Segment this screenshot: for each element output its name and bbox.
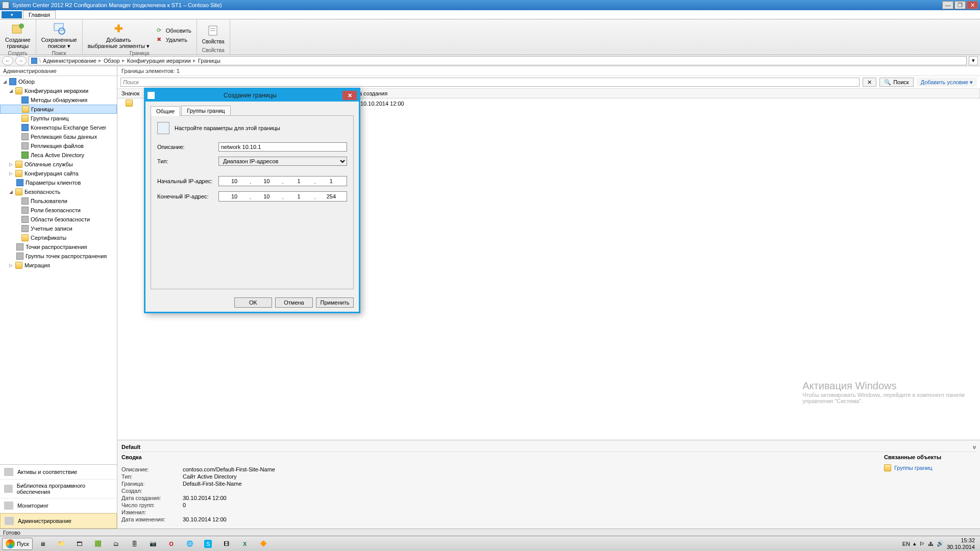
ip-octet[interactable] bbox=[316, 192, 347, 201]
refresh-button[interactable]: ⟳Обновить bbox=[155, 27, 193, 35]
minimize-button[interactable]: — bbox=[942, 1, 953, 9]
tree-node-client-settings[interactable]: Параметры клиентов bbox=[0, 178, 117, 187]
nav-assets[interactable]: Активы и соответствие bbox=[0, 465, 117, 480]
refresh-label: Обновить bbox=[166, 28, 191, 34]
taskbar-app-skype[interactable]: S bbox=[200, 537, 216, 550]
ip-octet[interactable] bbox=[284, 177, 314, 186]
ip-octet[interactable] bbox=[251, 192, 282, 201]
add-selected-button[interactable]: ✚ Добавитьвыбранные элементы ▾ bbox=[86, 20, 152, 50]
taskbar: Пуск 🖥 📁 🗔 🟩 🗂 🗄 📷 O 🌐 S 🎞 X 🔶 EN ▴ 🏳 🖧 … bbox=[0, 536, 980, 551]
system-tray[interactable]: EN ▴ 🏳 🖧 🔊 15:32 30.10.2014 bbox=[899, 537, 978, 549]
tree-node-security[interactable]: ◢Безопасность bbox=[0, 187, 117, 196]
create-boundary-button[interactable]: Созданиеграницы bbox=[3, 20, 33, 50]
maximize-button[interactable]: ❐ bbox=[954, 1, 966, 9]
taskbar-app-explorer[interactable]: 📁 bbox=[53, 537, 69, 550]
dialog-tab-general[interactable]: Общие bbox=[151, 106, 180, 116]
tree-node-cloud[interactable]: ▷Облачные службы bbox=[0, 160, 117, 169]
properties-button[interactable]: Свойства bbox=[200, 22, 227, 45]
taskbar-app-chrome[interactable]: 🌐 bbox=[182, 537, 198, 550]
nav-administration[interactable]: Администрирование bbox=[0, 513, 117, 529]
saved-searches-button[interactable]: Сохраненныепоиски ▾ bbox=[39, 20, 79, 50]
file-menu-button[interactable]: ▾ bbox=[2, 11, 22, 18]
tray-flag-icon[interactable]: 🏳 bbox=[919, 541, 925, 547]
breadcrumb-expand-button[interactable]: ▾ bbox=[969, 56, 978, 65]
taskbar-app-4[interactable]: 🗄 bbox=[127, 537, 143, 550]
tree-node-users[interactable]: Пользователи bbox=[0, 196, 117, 206]
taskbar-app-opera[interactable]: O bbox=[163, 537, 180, 550]
tray-network-icon[interactable]: 🖧 bbox=[928, 541, 934, 547]
ok-button[interactable]: OK bbox=[234, 297, 272, 308]
tree-node-discovery[interactable]: Методы обнаружения bbox=[0, 95, 117, 105]
tree-node-boundary-groups[interactable]: Группы границ bbox=[0, 114, 117, 123]
tree-node-security-roles[interactable]: Роли безопасности bbox=[0, 206, 117, 215]
nav-back-button[interactable]: ← bbox=[2, 56, 13, 65]
tree-node-migration[interactable]: ▷Миграция bbox=[0, 261, 117, 270]
breadcrumb-item[interactable]: Конфигурация иерархии bbox=[127, 58, 191, 64]
related-icon bbox=[884, 464, 891, 471]
dialog-tab-boundary-groups[interactable]: Группы границ bbox=[181, 106, 230, 115]
breadcrumb-item[interactable]: Границы bbox=[198, 58, 220, 64]
close-button[interactable]: ✕ bbox=[967, 1, 978, 9]
ip-octet[interactable] bbox=[251, 177, 282, 186]
tree-node-accounts[interactable]: Учетные записи bbox=[0, 224, 117, 233]
tree-node-site-config[interactable]: ▷Конфигурация сайта bbox=[0, 169, 117, 178]
tray-chevron-icon[interactable]: ▴ bbox=[913, 540, 916, 547]
start-ip-input[interactable]: . . . bbox=[218, 176, 347, 186]
tree-node-file-replication[interactable]: Репликация файлов bbox=[0, 141, 117, 151]
start-button[interactable]: Пуск bbox=[2, 538, 33, 550]
status-bar: Готово bbox=[0, 529, 980, 536]
taskbar-app-mpc[interactable]: 🎞 bbox=[218, 537, 235, 550]
tree-node-boundaries[interactable]: Границы bbox=[0, 105, 117, 114]
related-link-boundary-groups[interactable]: Группы границ bbox=[894, 465, 932, 471]
detail-collapse-button[interactable]: v bbox=[973, 444, 976, 450]
tree-node-dp-groups[interactable]: Группы точек распространения bbox=[0, 252, 117, 261]
search-button[interactable]: 🔍Поиск bbox=[879, 78, 913, 87]
cancel-button[interactable]: Отмена bbox=[275, 297, 313, 308]
ip-octet[interactable] bbox=[219, 177, 250, 186]
breadcrumb-item[interactable]: Обзор bbox=[104, 58, 120, 64]
delete-button[interactable]: ✖Удалить bbox=[155, 36, 193, 44]
taskbar-app-vlc[interactable]: 🔶 bbox=[255, 537, 272, 550]
tree-node-exchange[interactable]: Коннекторы Exchange Server bbox=[0, 123, 117, 132]
tree-node-certificates[interactable]: Сертификаты bbox=[0, 233, 117, 242]
tree-node-distribution-points[interactable]: Точки распространения bbox=[0, 242, 117, 252]
add-condition-button[interactable]: Добавить условие ▾ bbox=[917, 78, 977, 87]
ip-octet[interactable] bbox=[316, 177, 347, 186]
breadcrumb[interactable]: \ Администрирование▸ Обзор▸ Конфигурация… bbox=[29, 56, 967, 65]
nav-software-library[interactable]: Библиотека программного обеспечения bbox=[0, 480, 117, 498]
tray-sound-icon[interactable]: 🔊 bbox=[937, 540, 944, 547]
breadcrumb-item[interactable]: Администрирование bbox=[43, 58, 96, 64]
clock-date: 30.10.2014 bbox=[947, 544, 975, 550]
language-indicator[interactable]: EN bbox=[902, 541, 910, 547]
taskbar-app-5[interactable]: 📷 bbox=[145, 537, 161, 550]
taskbar-app-vmware[interactable]: 🟩 bbox=[90, 537, 106, 550]
ip-octet[interactable] bbox=[219, 192, 250, 201]
dialog-titlebar[interactable]: Создание границы ✕ bbox=[145, 89, 359, 102]
taskbar-app-2[interactable]: 🗔 bbox=[71, 537, 88, 550]
tree-node-ad-forests[interactable]: Леса Active Directory bbox=[0, 151, 117, 160]
taskbar-app-1[interactable]: 🖥 bbox=[35, 537, 51, 550]
taskbar-app-3[interactable]: 🗂 bbox=[108, 537, 125, 550]
nav-forward-button[interactable]: → bbox=[15, 56, 27, 65]
search-input[interactable] bbox=[120, 78, 860, 87]
tree-node-hierarchy-config[interactable]: ◢Конфигурация иерархии bbox=[0, 86, 117, 95]
column-icon[interactable]: Значок bbox=[117, 89, 148, 98]
ip-octet[interactable] bbox=[284, 192, 314, 201]
tree-root[interactable]: ◢Обзор bbox=[0, 77, 117, 86]
detail-key: Дата изменения: bbox=[121, 516, 173, 522]
taskbar-app-excel[interactable]: X bbox=[237, 537, 253, 550]
tree-node-security-scopes[interactable]: Области безопасности bbox=[0, 215, 117, 224]
dialog-close-button[interactable]: ✕ bbox=[342, 91, 357, 100]
end-ip-input[interactable]: . . . bbox=[218, 191, 347, 202]
search-clear-button[interactable]: ✕ bbox=[863, 78, 876, 87]
column-created[interactable]: та создания bbox=[352, 89, 980, 98]
navigation-tree[interactable]: ◢Обзор ◢Конфигурация иерархии Методы обн… bbox=[0, 76, 117, 464]
description-input[interactable] bbox=[218, 142, 347, 152]
create-boundary-dialog: Создание границы ✕ Общие Группы границ Н… bbox=[144, 88, 360, 313]
taskbar-clock[interactable]: 15:32 30.10.2014 bbox=[947, 537, 975, 549]
nav-monitoring[interactable]: Мониторинг bbox=[0, 498, 117, 513]
apply-button[interactable]: Применить bbox=[316, 297, 354, 308]
tree-node-db-replication[interactable]: Репликация базы данных bbox=[0, 132, 117, 141]
type-select[interactable]: Диапазон IP-адресов bbox=[218, 157, 347, 166]
tab-home[interactable]: Главная bbox=[23, 10, 56, 19]
